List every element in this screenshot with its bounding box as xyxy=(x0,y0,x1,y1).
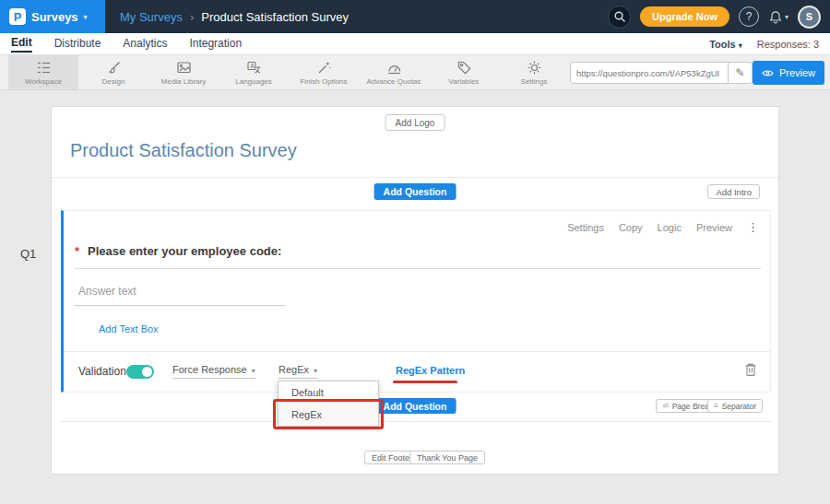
add-text-box-link[interactable]: Add Text Box xyxy=(99,323,159,334)
required-marker: * xyxy=(75,244,79,258)
question-block-q1: Settings Copy Logic Preview ⋮ *Please en… xyxy=(61,210,771,393)
tab-analytics[interactable]: Analytics xyxy=(123,37,167,52)
image-icon xyxy=(176,60,192,76)
survey-card: Add Logo Product Satisfaction Survey Add… xyxy=(51,106,779,475)
thank-you-page-button[interactable]: Thank You Page xyxy=(409,451,485,464)
chevron-down-icon: ▾ xyxy=(84,13,88,21)
bell-icon xyxy=(768,10,783,24)
responses-count[interactable]: Responses: 3 xyxy=(757,39,819,50)
divider xyxy=(52,177,778,178)
questionpro-logo: P xyxy=(9,8,26,25)
translate-icon: A xyxy=(246,60,262,76)
help-button[interactable]: ? xyxy=(739,6,759,27)
tag-icon xyxy=(456,60,472,76)
kebab-menu-icon[interactable]: ⋮ xyxy=(747,220,759,234)
breadcrumb-current-survey: Product Satisfaction Survey xyxy=(201,10,349,24)
validation-toggle[interactable] xyxy=(126,365,154,379)
toggle-knob xyxy=(142,367,152,377)
question-prompt[interactable]: *Please enter your employee code: xyxy=(75,244,281,258)
validation-type-dropdown[interactable]: RegEx▾ xyxy=(279,364,317,379)
toolbar-item-media-library[interactable]: Media Library xyxy=(148,55,219,89)
tab-edit[interactable]: Edit xyxy=(11,36,32,53)
toolbar-item-design[interactable]: Design xyxy=(78,55,148,89)
survey-nav-bar: Edit Distribute Analytics Integration To… xyxy=(0,33,830,55)
toolbar-item-workspace[interactable]: Workspace xyxy=(8,55,78,89)
nav-right-group: Tools ▾ Responses: 3 xyxy=(709,39,819,50)
answer-input-underline xyxy=(75,305,285,306)
workspace-icon xyxy=(36,60,52,76)
search-icon xyxy=(613,10,626,23)
question-logic-link[interactable]: Logic xyxy=(658,222,682,233)
tools-menu[interactable]: Tools ▾ xyxy=(709,39,742,50)
chevron-down-icon: ▾ xyxy=(314,367,317,375)
toolbar-item-variables[interactable]: Variables xyxy=(429,55,499,89)
trash-icon xyxy=(744,362,757,377)
product-menu-label: Surveys xyxy=(31,10,78,24)
questionpro-survey-builder: P Surveys ▾ My Surveys › Product Satisfa… xyxy=(0,0,830,504)
separator-icon: ≡ xyxy=(714,402,718,410)
edit-url-button[interactable]: ✎ xyxy=(729,62,753,84)
question-code: Q1 xyxy=(20,247,36,261)
divider xyxy=(64,351,770,352)
add-intro-button[interactable]: Add Intro xyxy=(707,184,760,199)
validation-row: Validation Force Response▾ RegEx▾ RegEx … xyxy=(64,353,770,393)
tab-integration[interactable]: Integration xyxy=(189,37,242,52)
share-url-input[interactable] xyxy=(570,62,729,84)
toolbar-item-settings[interactable]: Settings xyxy=(499,55,569,89)
menu-option-default[interactable]: Default xyxy=(279,381,378,404)
breadcrumb-my-surveys[interactable]: My Surveys xyxy=(120,10,183,24)
validation-label: Validation xyxy=(78,365,126,378)
validation-type-menu: Default RegEx xyxy=(278,381,379,427)
chevron-down-icon: ▾ xyxy=(785,13,788,21)
annotation-red-underline xyxy=(393,381,457,383)
page-break-icon: ⏎ xyxy=(662,402,669,410)
chevron-down-icon: ▾ xyxy=(739,41,742,50)
add-question-button-top[interactable]: Add Question xyxy=(374,183,456,200)
search-button[interactable] xyxy=(608,6,631,29)
survey-canvas: Q1 Add Logo Product Satisfaction Survey … xyxy=(0,90,830,504)
add-logo-button[interactable]: Add Logo xyxy=(385,114,445,131)
force-response-dropdown[interactable]: Force Response▾ xyxy=(172,364,255,379)
wand-icon xyxy=(316,60,332,76)
answer-text-placeholder[interactable]: Answer text xyxy=(78,285,136,298)
avatar[interactable]: S xyxy=(798,6,821,29)
upgrade-now-button[interactable]: Upgrade Now xyxy=(640,6,729,27)
top-bar: P Surveys ▾ My Surveys › Product Satisfa… xyxy=(0,0,830,33)
gauge-icon xyxy=(386,60,402,76)
gear-icon xyxy=(527,60,542,76)
question-actions: Settings Copy Logic Preview ⋮ xyxy=(567,220,759,234)
divider xyxy=(61,421,771,422)
share-url-group: ✎ xyxy=(570,62,753,84)
svg-text:A: A xyxy=(250,63,255,69)
surveys-product-menu[interactable]: P Surveys ▾ xyxy=(0,0,105,33)
chevron-down-icon: ▾ xyxy=(252,367,255,375)
builder-toolbar: Workspace Design Media Library A Languag… xyxy=(0,55,830,90)
top-bar-actions: Upgrade Now ? ▾ S xyxy=(608,6,830,29)
toolbar-item-languages[interactable]: A Languages xyxy=(219,55,289,89)
breadcrumb: My Surveys › Product Satisfaction Survey xyxy=(120,10,349,24)
pencil-icon: ✎ xyxy=(735,66,744,79)
delete-question-button[interactable] xyxy=(744,362,757,377)
toolbar-item-finish-options[interactable]: Finish Options xyxy=(289,55,359,89)
tab-distribute[interactable]: Distribute xyxy=(54,37,101,52)
toolbar-item-advance-quotas[interactable]: Advance Quotas xyxy=(359,55,429,89)
survey-title[interactable]: Product Satisfaction Survey xyxy=(70,140,297,161)
breadcrumb-separator: › xyxy=(190,10,194,24)
eye-icon xyxy=(762,68,774,78)
menu-option-regex[interactable]: RegEx xyxy=(279,404,378,426)
add-question-button-bottom[interactable]: Add Question xyxy=(374,398,456,414)
question-preview-link[interactable]: Preview xyxy=(696,222,732,233)
separator-button[interactable]: ≡Separator xyxy=(707,399,763,413)
regex-pattern-link[interactable]: RegEx Pattern xyxy=(396,365,465,376)
preview-button[interactable]: Preview xyxy=(753,61,824,85)
question-copy-link[interactable]: Copy xyxy=(619,222,643,233)
question-settings-link[interactable]: Settings xyxy=(567,222,604,233)
notifications-button[interactable]: ▾ xyxy=(768,10,788,24)
paintbrush-icon xyxy=(106,60,122,76)
divider xyxy=(75,268,761,269)
